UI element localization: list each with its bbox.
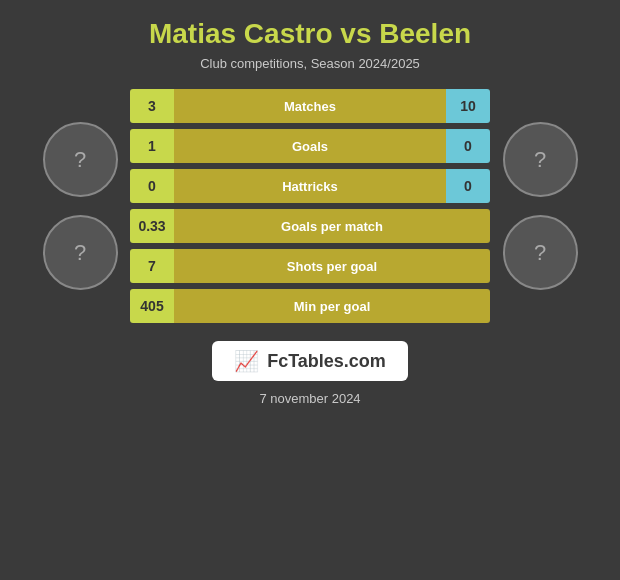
stat-row-shots-per-goal: 7Shots per goal bbox=[130, 249, 490, 283]
stat-left-matches: 3 bbox=[130, 89, 174, 123]
watermark-box: 📈 FcTables.com bbox=[212, 341, 408, 381]
stat-label-goals: Goals bbox=[174, 129, 446, 163]
page-subtitle: Club competitions, Season 2024/2025 bbox=[200, 56, 420, 71]
stat-left-min-per-goal: 405 bbox=[130, 289, 174, 323]
left-top-avatar-symbol: ? bbox=[74, 147, 86, 173]
footer-date: 7 november 2024 bbox=[259, 391, 360, 406]
left-bottom-avatar-symbol: ? bbox=[74, 240, 86, 266]
left-bottom-avatar: ? bbox=[43, 215, 118, 290]
right-top-avatar-symbol: ? bbox=[534, 147, 546, 173]
right-bottom-avatar-symbol: ? bbox=[534, 240, 546, 266]
stat-row-goals-per-match: 0.33Goals per match bbox=[130, 209, 490, 243]
stat-row-hattricks: 0Hattricks0 bbox=[130, 169, 490, 203]
stat-label-matches: Matches bbox=[174, 89, 446, 123]
stat-left-goals-per-match: 0.33 bbox=[130, 209, 174, 243]
watermark-icon: 📈 bbox=[234, 349, 259, 373]
stat-left-shots-per-goal: 7 bbox=[130, 249, 174, 283]
page-title: Matias Castro vs Beelen bbox=[149, 18, 471, 50]
stat-row-matches: 3Matches10 bbox=[130, 89, 490, 123]
left-top-avatar: ? bbox=[43, 122, 118, 197]
stat-right-matches: 10 bbox=[446, 89, 490, 123]
stat-left-hattricks: 0 bbox=[130, 169, 174, 203]
stat-right-goals: 0 bbox=[446, 129, 490, 163]
stat-row-min-per-goal: 405Min per goal bbox=[130, 289, 490, 323]
main-area: ? ? 3Matches101Goals00Hattricks00.33Goal… bbox=[0, 89, 620, 323]
left-avatar-col: ? ? bbox=[30, 122, 130, 290]
stat-right-hattricks: 0 bbox=[446, 169, 490, 203]
stat-row-goals: 1Goals0 bbox=[130, 129, 490, 163]
right-bottom-avatar: ? bbox=[503, 215, 578, 290]
stats-col: 3Matches101Goals00Hattricks00.33Goals pe… bbox=[130, 89, 490, 323]
right-avatar-col: ? ? bbox=[490, 122, 590, 290]
stat-left-goals: 1 bbox=[130, 129, 174, 163]
stat-label-shots-per-goal: Shots per goal bbox=[174, 249, 490, 283]
right-top-avatar: ? bbox=[503, 122, 578, 197]
stat-label-min-per-goal: Min per goal bbox=[174, 289, 490, 323]
watermark-area: 📈 FcTables.com 7 november 2024 bbox=[212, 341, 408, 406]
stat-label-hattricks: Hattricks bbox=[174, 169, 446, 203]
watermark-text: FcTables.com bbox=[267, 351, 386, 372]
stat-label-goals-per-match: Goals per match bbox=[174, 209, 490, 243]
